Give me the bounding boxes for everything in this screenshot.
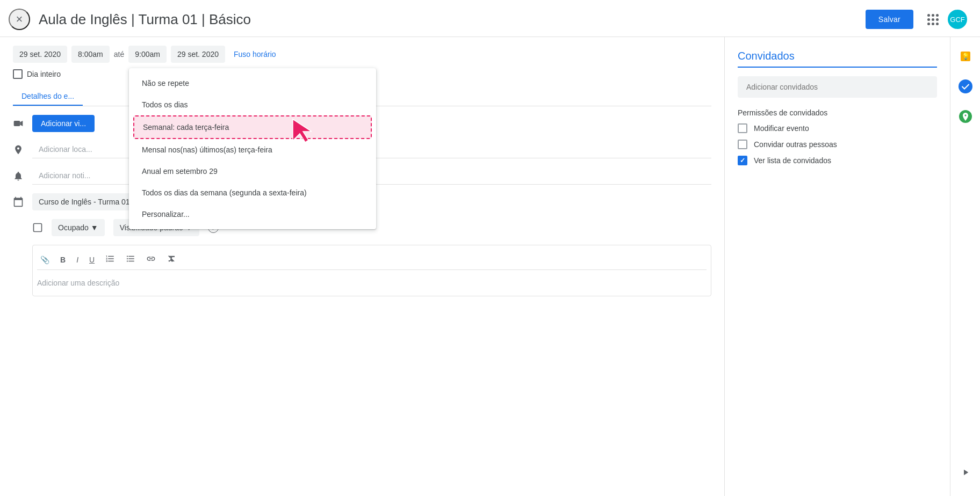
- timezone-button[interactable]: Fuso horário: [234, 50, 276, 59]
- recurrence-item-annual[interactable]: Anual em setembro 29: [129, 161, 376, 182]
- start-date-button[interactable]: 29 set. 2020: [13, 46, 67, 63]
- video-icon: [13, 118, 24, 129]
- permission-row-view-list: ✓ Ver lista de convidados: [738, 156, 937, 165]
- guests-panel: Convidados Permissões de convidados Modi…: [724, 37, 950, 496]
- tab-details[interactable]: Detalhes do e...: [13, 87, 83, 106]
- recurrence-item-custom[interactable]: Personalizar...: [129, 203, 376, 225]
- guests-title: Convidados: [738, 50, 937, 62]
- recurrence-item-weekly[interactable]: Semanal: cada terça-feira: [133, 115, 372, 139]
- svg-rect-1: [14, 121, 20, 126]
- italic-button[interactable]: I: [73, 253, 82, 266]
- notification-icon: [13, 171, 24, 181]
- save-button[interactable]: Salvar: [866, 10, 913, 29]
- permission-row-modify: Modificar evento: [738, 123, 937, 133]
- guests-underline: [738, 67, 937, 68]
- attachment-button[interactable]: 📎: [37, 253, 53, 266]
- apps-grid-button[interactable]: [922, 9, 943, 30]
- permission-checkbox-view-list[interactable]: ✓: [738, 156, 747, 165]
- add-guests-input[interactable]: [738, 76, 937, 98]
- location-icon: [13, 144, 24, 155]
- permission-label-invite: Convidar outras pessoas: [754, 140, 837, 149]
- status-select[interactable]: Ocupado ▼: [52, 219, 105, 236]
- start-time-button[interactable]: 8:00am: [71, 46, 110, 63]
- right-sidebar: 💡: [950, 37, 980, 496]
- status-icon: [32, 222, 43, 233]
- link-button[interactable]: [143, 252, 159, 267]
- end-time-button[interactable]: 9:00am: [128, 46, 167, 63]
- permission-checkbox-modify[interactable]: [738, 123, 747, 133]
- permission-label-modify: Modificar evento: [754, 124, 809, 133]
- status-value: Ocupado: [58, 223, 89, 232]
- status-chevron-icon: ▼: [91, 223, 98, 232]
- sidebar-expand-icon[interactable]: [955, 462, 976, 483]
- bold-button[interactable]: B: [57, 253, 69, 266]
- svg-text:💡: 💡: [961, 52, 969, 60]
- recurrence-item-no-repeat[interactable]: Não se repete: [129, 72, 376, 94]
- description-input[interactable]: Adicionar uma descrição: [37, 274, 707, 291]
- svg-point-6: [959, 79, 972, 93]
- svg-marker-2: [20, 121, 23, 126]
- underline-button[interactable]: U: [86, 253, 98, 266]
- sidebar-calendar-icon[interactable]: [955, 76, 976, 97]
- permissions-title: Permissões de convidados: [738, 108, 937, 117]
- remove-format-button[interactable]: [163, 252, 179, 267]
- sidebar-tasks-icon[interactable]: 💡: [955, 46, 976, 67]
- unordered-list-button[interactable]: [122, 252, 139, 267]
- event-title: Aula de Inglês | Turma 01 | Básico: [39, 11, 452, 28]
- recurrence-item-monthly-last[interactable]: Mensal nos(nas) últimos(as) terça-feira: [129, 139, 376, 161]
- calendar-icon: [13, 196, 24, 207]
- end-date-button[interactable]: 29 set. 2020: [171, 46, 225, 63]
- time-separator: até: [114, 50, 124, 59]
- recurrence-item-weekdays[interactable]: Todos os dias da semana (segunda a sexta…: [129, 182, 376, 203]
- grid-dots-icon: [927, 14, 939, 25]
- add-video-label: Adicionar vi...: [41, 119, 86, 128]
- avatar[interactable]: GCF: [948, 10, 967, 29]
- checkmark-icon: ✓: [740, 157, 745, 164]
- allday-label: Dia inteiro: [27, 70, 61, 78]
- recurrence-item-daily[interactable]: Todos os dias: [129, 94, 376, 115]
- permission-checkbox-invite[interactable]: [738, 140, 747, 149]
- permission-label-view-list: Ver lista de convidados: [754, 156, 831, 165]
- ordered-list-button[interactable]: [102, 252, 118, 267]
- description-toolbar: 📎 B I U: [37, 250, 707, 270]
- svg-rect-3: [34, 224, 42, 232]
- add-video-button[interactable]: Adicionar vi...: [32, 115, 95, 132]
- close-button[interactable]: ×: [9, 9, 30, 30]
- recurrence-dropdown: Não se repete Todos os dias Semanal: cad…: [129, 68, 376, 229]
- close-icon: ×: [16, 12, 23, 26]
- sidebar-maps-icon[interactable]: [955, 106, 976, 127]
- allday-checkbox[interactable]: [13, 69, 23, 79]
- permission-row-invite: Convidar outras pessoas: [738, 140, 937, 149]
